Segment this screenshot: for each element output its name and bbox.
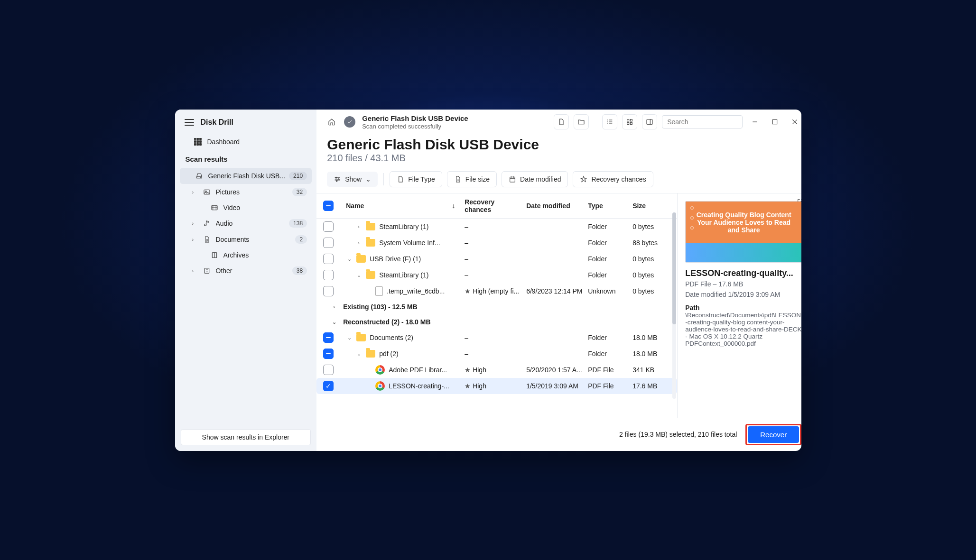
search-field[interactable] (666, 118, 751, 126)
sidebar-item-label: Pictures (216, 188, 288, 196)
maximize-button[interactable] (767, 114, 782, 129)
filter-file-type[interactable]: File Type (390, 171, 442, 187)
topbar: Generic Flash Disk USB Device Scan compl… (316, 110, 801, 135)
sidebar-item[interactable]: › Pictures 32 (180, 184, 312, 200)
table-row[interactable]: ⌄ SteamLibrary (1) – Folder 0 bytes (316, 267, 677, 283)
count-badge: 32 (292, 188, 307, 196)
search-input[interactable] (662, 115, 743, 129)
group-existing[interactable]: › Existing (103) - 12.5 MB (316, 299, 677, 314)
row-checkbox[interactable] (323, 332, 334, 343)
close-button[interactable] (787, 114, 801, 129)
sidebar-dashboard-label: Dashboard (207, 138, 240, 146)
cell-recovery: – (465, 255, 521, 263)
sidebar-item-label: Video (223, 204, 307, 211)
expand-icon[interactable]: › (355, 224, 362, 230)
table-row[interactable]: ⌄ Documents (2) – Folder 18.0 MB (316, 330, 677, 346)
col-type[interactable]: Type (588, 202, 628, 210)
row-checkbox[interactable] (323, 365, 334, 375)
svg-rect-7 (627, 119, 629, 121)
audio-icon (202, 220, 212, 227)
grid-view-icon[interactable] (622, 114, 637, 129)
file-view-icon[interactable] (554, 114, 569, 129)
col-size[interactable]: Size (632, 202, 670, 210)
cell-recovery: – (465, 271, 521, 279)
row-checkbox[interactable] (323, 238, 334, 248)
svg-rect-13 (772, 120, 777, 124)
panel-view-icon[interactable] (642, 114, 657, 129)
image-icon (202, 188, 212, 196)
home-icon[interactable] (324, 114, 339, 129)
page-title: Generic Flash Disk USB Device (327, 137, 799, 153)
table-row[interactable]: › SteamLibrary (1) – Folder 0 bytes (316, 219, 677, 235)
cell-recovery: – (465, 334, 521, 341)
row-checkbox[interactable]: ✓ (323, 381, 334, 391)
sidebar-item[interactable]: Archives (180, 248, 312, 263)
table-row[interactable]: › System Volume Inf... – Folder 88 bytes (316, 235, 677, 251)
folder-view-icon[interactable] (574, 114, 589, 129)
breadcrumb-subtitle: Scan completed successfully (362, 123, 468, 130)
sort-arrow-icon[interactable]: ↓ (452, 202, 455, 210)
list-view-icon[interactable] (602, 114, 617, 129)
sidebar-item[interactable]: › Other 38 (180, 263, 312, 279)
table-row[interactable]: ✓ LESSON-creating-... ★High 1/5/2019 3:0… (316, 378, 677, 394)
col-date[interactable]: Date modified (526, 202, 583, 210)
filter-recovery-chances[interactable]: Recovery chances (573, 171, 653, 187)
sidebar-tree: Generic Flash Disk USB... 210› Pictures … (175, 168, 317, 284)
filter-date-modified[interactable]: Date modified (502, 171, 568, 187)
sidebar-item[interactable]: › Audio 138 (180, 215, 312, 231)
cell-date: 5/20/2020 1:57 A... (526, 366, 583, 374)
folder-icon (366, 239, 375, 247)
expand-icon[interactable]: › (355, 240, 362, 246)
chevron-icon: › (192, 268, 198, 274)
file-name: .temp_write_6cdb... (387, 287, 445, 295)
filter-file-size[interactable]: File size (447, 171, 497, 187)
cell-size: 0 bytes (632, 255, 670, 263)
star-icon (580, 175, 587, 183)
filter-show[interactable]: Show ⌄ (327, 172, 378, 187)
page-summary: 210 files / 43.1 MB (327, 153, 799, 164)
sidebar-item[interactable]: Generic Flash Disk USB... 210 (180, 168, 312, 184)
minimize-button[interactable] (747, 114, 762, 129)
table-row[interactable]: Adobe PDF Librar... ★High 5/20/2020 1:57… (316, 362, 677, 378)
sidebar: Disk Drill Dashboard Scan results Generi… (175, 110, 317, 451)
scrollbar[interactable] (672, 212, 676, 398)
recover-button[interactable]: Recover (748, 426, 799, 443)
folder-icon (356, 255, 366, 263)
cell-size: 18.0 MB (632, 350, 670, 358)
table-row[interactable]: ⌄ USB Drive (F) (1) – Folder 0 bytes (316, 251, 677, 267)
file-size-icon (454, 175, 462, 183)
cell-type: PDF File (588, 366, 628, 374)
expand-icon[interactable]: ⌄ (346, 256, 353, 262)
sidebar-item-label: Generic Flash Disk USB... (208, 172, 286, 180)
detail-path: \Reconstructed\Documents\pdf\LESSON-crea… (685, 312, 801, 347)
expand-icon[interactable]: ⌄ (355, 272, 362, 278)
cell-type: Folder (588, 271, 628, 279)
cell-recovery: – (465, 223, 521, 230)
expand-icon[interactable]: ⌄ (355, 351, 362, 357)
row-checkbox[interactable] (323, 349, 334, 359)
group-reconstructed[interactable]: ⌄ Reconstructed (2) - 18.0 MB (316, 314, 677, 330)
sidebar-item[interactable]: › Documents 2 (180, 231, 312, 248)
cell-date: 6/9/2023 12:14 PM (526, 287, 583, 295)
expand-icon[interactable]: ⌄ (346, 335, 353, 341)
svg-point-4 (204, 224, 206, 226)
col-name[interactable]: Name (346, 202, 364, 210)
cell-type: Folder (588, 239, 628, 247)
menu-icon[interactable] (185, 119, 194, 126)
col-recovery[interactable]: Recovery chances (465, 198, 521, 213)
sidebar-item[interactable]: Video (180, 200, 312, 215)
svg-rect-17 (510, 177, 515, 182)
row-checkbox[interactable] (323, 286, 334, 296)
select-all-checkbox[interactable] (323, 201, 334, 211)
row-checkbox[interactable] (323, 221, 334, 232)
table-row[interactable]: ⌄ pdf (2) – Folder 18.0 MB (316, 346, 677, 362)
row-checkbox[interactable] (323, 270, 334, 280)
table-row[interactable]: .temp_write_6cdb... ★High (empty fi... 6… (316, 283, 677, 299)
file-name: System Volume Inf... (379, 239, 440, 247)
svg-rect-8 (630, 119, 632, 121)
sidebar-dashboard[interactable]: Dashboard (175, 133, 317, 150)
file-name: SteamLibrary (1) (379, 223, 428, 230)
show-in-explorer-button[interactable]: Show scan results in Explorer (181, 429, 311, 445)
cell-type: Folder (588, 223, 628, 230)
row-checkbox[interactable] (323, 254, 334, 264)
